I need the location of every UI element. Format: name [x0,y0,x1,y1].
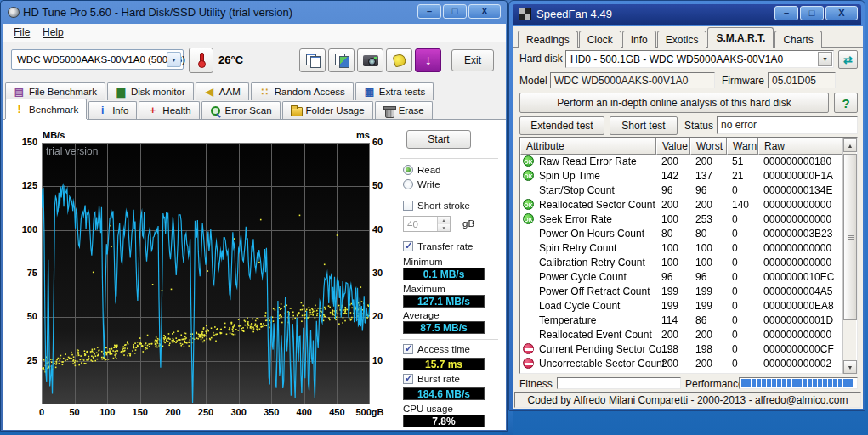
help-button[interactable]: ? [834,93,858,113]
tab-readings[interactable]: Readings [518,31,578,48]
transfer-rate-checkbox[interactable]: Transfer rate [403,241,473,251]
table-row[interactable]: Current Pending Sector Co...198198000000… [520,342,843,357]
attribute-warn: 0 [732,300,738,312]
chevron-down-icon[interactable]: ▼ [818,52,832,66]
dots-icon: ∷ [259,87,270,98]
start-button[interactable]: Start [406,130,471,149]
table-row[interactable]: OKSpin Up Time14213721000000000F1A [520,169,843,184]
column-header-raw[interactable]: Raw [758,138,843,155]
column-header-worst[interactable]: Worst [690,138,727,155]
attribute-value: 199 [661,285,678,297]
maximize-button[interactable]: □ [800,6,824,20]
table-row[interactable]: Spin Retry Count1001000000000000000 [520,241,843,256]
attribute-value: 200 [661,358,678,370]
table-row[interactable]: Power On Hours Count80800000000003B23 [520,227,843,241]
trial-watermark: trial version [46,145,98,157]
tab-folder-usage[interactable]: Folder Usage [282,101,373,119]
drive-select[interactable]: WDC WD5000AAKS-00V1A0 (500 gB) ▼ [11,49,184,70]
burst-rate-checkbox[interactable]: Burst rate [403,374,460,384]
close-button[interactable]: X [825,6,858,20]
tab-disk-monitor[interactable]: ▆Disk monitor [107,82,194,100]
chevron-down-icon[interactable]: ▼ [167,52,181,67]
extended-test-button[interactable]: Extended test [519,116,604,135]
temperature-button[interactable] [189,48,213,73]
attribute-warn: 0 [732,257,738,268]
table-row[interactable]: OKReallocated Sector Count20020014000000… [520,198,843,212]
table-row[interactable]: Power Cycle Count969600000000010EC [520,270,843,285]
table-row[interactable]: OKSeek Error Rate1002530000000000000 [520,212,843,227]
hdtune-app-icon [8,7,20,18]
table-row[interactable]: Reallocated Event Count20020000000000000… [520,328,843,342]
table-row[interactable]: OKRaw Read Error Rate2002005100000000018… [520,155,843,169]
table-row[interactable]: Load Cycle Count1991990000000000EA8 [520,299,843,314]
copy-image-button[interactable] [328,48,355,72]
tab-benchmark[interactable]: !Benchmark [5,99,87,119]
menu-file[interactable]: File [14,26,30,38]
attribute-value: 96 [661,184,672,196]
table-row[interactable]: Power Off Retract Count19919900000000004… [520,285,843,299]
stroke-unit-label: gB [462,218,474,229]
attribute-warn: 0 [732,213,738,225]
attribute-worst: 253 [695,213,712,225]
y-right-tick: 40 [372,224,383,234]
table-row[interactable]: Temperature11486000000000001D [520,314,843,328]
access-time-checkbox[interactable]: Access time [403,344,470,354]
tab-info[interactable]: iInfo [88,101,137,119]
refresh-button[interactable]: ⇄ [838,50,858,69]
write-radio[interactable]: Write [403,179,440,189]
performance-segment [848,379,853,387]
download-arrow-icon: ↓ [425,54,432,67]
minimize-button[interactable]: – [774,6,798,20]
attribute-value: 200 [661,329,678,341]
minimize-button[interactable]: – [417,4,441,19]
tab-info[interactable]: Info [622,31,656,48]
stroke-size-stepper[interactable]: 40 ▲▼ [403,216,451,232]
maximize-button[interactable]: □ [443,4,467,19]
exit-button[interactable]: Exit [451,49,494,71]
copy-text-button[interactable] [299,48,326,72]
column-header-value[interactable]: Value [656,138,690,155]
hard-disk-select[interactable]: HD0 - 500.1GB - WDC WD5000AAKS-00V1A0 ▼ [565,50,834,68]
tab-aam[interactable]: ◀AAM [196,82,249,100]
tab-clock[interactable]: Clock [579,31,621,48]
tab-error-scan[interactable]: Error Scan [201,101,281,119]
short-stroke-checkbox[interactable]: Short stroke [403,201,470,211]
table-row[interactable]: Uncorrectable Sector Count20020000000000… [520,357,843,371]
table-row[interactable]: Calibration Retry Count10010000000000000… [520,256,843,270]
checkbox-unchecked-icon [403,201,413,211]
spin-down-icon[interactable]: ▼ [438,224,450,232]
table-row[interactable]: Start/Stop Count9696000000000134E [520,184,843,198]
tab-exotics[interactable]: Exotics [657,31,707,48]
online-analysis-button[interactable]: Perform an in-depth online analysis of t… [519,93,829,113]
magnifier-icon [210,105,221,116]
table-scrollbar[interactable]: ▲ ▼ [842,138,856,374]
hdtune-titlebar[interactable]: HD Tune Pro 5.60 - Hard Disk/SSD Utility… [1,1,507,24]
attribute-raw: 000000000EA8 [763,300,834,312]
performance-segment [823,379,827,387]
tab-extra-tests[interactable]: ▦Extra tests [355,82,434,100]
tab-file-benchmark[interactable]: ▤File Benchmark [5,82,105,100]
tab-health[interactable]: +Health [139,101,199,119]
bar-chart-icon: ▆ [116,87,127,98]
scroll-down-icon[interactable]: ▼ [843,360,857,374]
hand-button[interactable] [386,48,412,72]
tab-s-m-a-r-t[interactable]: S.M.A.R.T. [707,27,774,48]
spin-up-icon[interactable]: ▲ [438,217,450,224]
tab-erase[interactable]: Erase [375,101,433,119]
screenshot-button[interactable] [357,48,383,72]
tab-random-access[interactable]: ∷Random Access [251,82,354,100]
attribute-warn: 0 [732,228,738,240]
x-axis-ticks: 050100150200250300350400450500gB [42,407,382,419]
column-header-warn[interactable]: Warn [727,138,758,155]
column-header-attribute[interactable]: Attribute [520,138,656,155]
close-button[interactable]: X [468,4,501,19]
menu-help[interactable]: Help [43,26,64,38]
burst-rate-value: 184.6 MB/s [403,387,485,400]
y-left-tick: 50 [5,311,37,321]
short-test-button[interactable]: Short test [610,116,678,135]
scrollbar-thumb[interactable] [843,154,857,320]
read-radio[interactable]: Read [403,165,441,175]
update-button[interactable]: ↓ [415,48,441,72]
scroll-up-icon[interactable]: ▲ [843,138,857,152]
tab-charts[interactable]: Charts [774,31,821,48]
